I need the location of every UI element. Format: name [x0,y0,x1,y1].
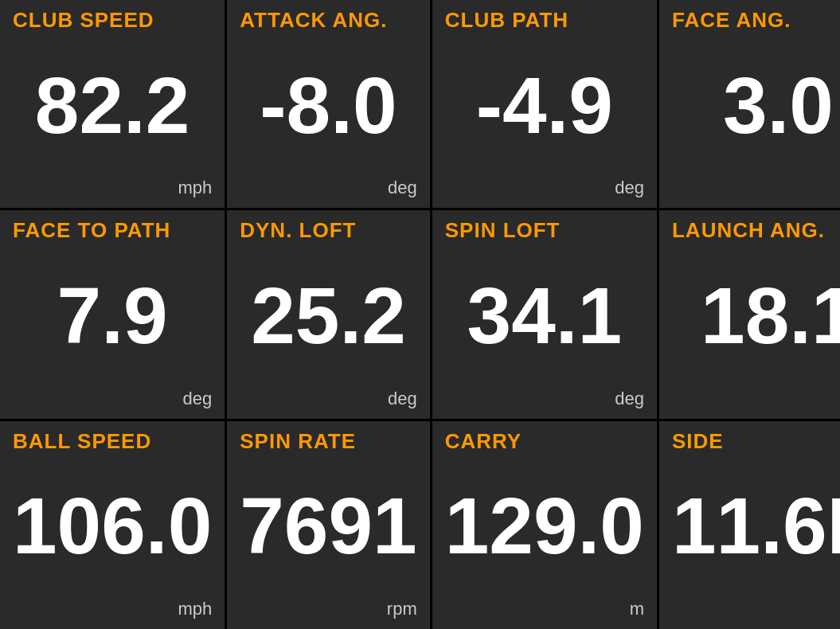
metric-card-launch-ang-: LAUNCH ANG.18.1deg [659,210,840,418]
metric-value: 3.0 [672,30,840,179]
metric-value: -8.0 [240,30,416,179]
metric-card-face-ang-: FACE ANG.3.0deg [659,0,840,208]
metric-unit: deg [240,179,416,197]
metric-label: DYN. LOFT [240,220,416,240]
metric-card-dyn--loft: DYN. LOFT25.2deg [227,210,429,418]
metric-label: CARRY [445,431,644,451]
metric-value: 106.0 [13,451,212,600]
metric-unit: deg [13,390,212,408]
metric-label: BALL SPEED [13,431,212,451]
metric-card-spin-loft: SPIN LOFT34.1deg [432,210,657,418]
metric-label: FACE TO PATH [13,220,212,240]
metric-label: FACE ANG. [672,10,840,30]
metric-value: 82.2 [13,30,212,179]
metric-label: LAUNCH ANG. [672,220,840,240]
metric-value: -4.9 [445,30,644,179]
metric-value: 18.1 [672,240,840,389]
metric-unit: rpm [240,600,416,618]
metric-unit: deg [240,390,416,408]
metric-unit: deg [672,179,840,197]
metric-value: 129.0 [445,451,644,600]
metric-unit: m [445,600,644,618]
metric-card-face-to-path: FACE TO PATH7.9deg [0,210,225,418]
metric-label: SPIN RATE [240,431,416,451]
metric-card-club-speed: CLUB SPEED82.2mph [0,0,225,208]
metric-label: CLUB SPEED [13,10,212,30]
metric-unit: m [672,600,840,618]
metric-card-ball-speed: BALL SPEED106.0mph [0,421,225,629]
metric-label: SIDE [672,431,840,451]
metric-value: 34.1 [445,240,644,389]
metric-label: SPIN LOFT [445,220,644,240]
metric-unit: mph [13,179,212,197]
metric-unit: mph [13,600,212,618]
metric-card-club-path: CLUB PATH-4.9deg [432,0,657,208]
metric-value: 25.2 [240,240,416,389]
metric-unit: deg [445,390,644,408]
metric-unit: deg [445,179,644,197]
metric-value: 11.6R [672,451,840,600]
metric-card-spin-rate: SPIN RATE7691rpm [227,421,429,629]
metric-value: 7691 [240,451,416,600]
metric-card-attack-ang-: ATTACK ANG.-8.0deg [227,0,429,208]
metric-value: 7.9 [13,240,212,389]
metric-label: ATTACK ANG. [240,10,416,30]
metric-card-carry: CARRY129.0m [432,421,657,629]
metrics-grid: CLUB SPEED82.2mphATTACK ANG.-8.0degCLUB … [0,0,840,629]
metric-label: CLUB PATH [445,10,644,30]
metric-card-side: SIDE11.6Rm [659,421,840,629]
metric-unit: deg [672,390,840,408]
